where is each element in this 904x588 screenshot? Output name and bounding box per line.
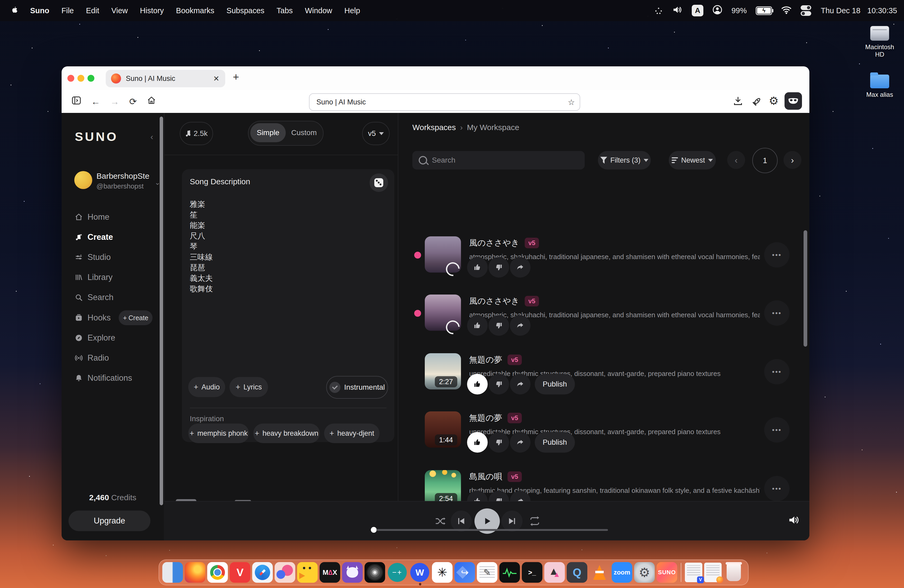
add-audio-button[interactable]: +Audio (188, 377, 225, 397)
dock-system-settings-icon[interactable]: ⚙ (634, 562, 655, 583)
reload-icon[interactable]: ⟳ (129, 96, 137, 107)
tab-custom[interactable]: Custom (287, 123, 321, 142)
randomize-dice-button[interactable] (370, 174, 388, 192)
dock-max-icon[interactable]: M∆X (319, 562, 340, 583)
description-line[interactable]: 歌舞伎 (190, 283, 375, 294)
page-number[interactable]: 1 (752, 148, 778, 173)
menu-window[interactable]: Window (305, 6, 332, 15)
url-bar[interactable]: Suno | AI Music ☆ (309, 93, 580, 111)
home-icon[interactable] (147, 96, 156, 107)
thumbs-up-button[interactable] (467, 315, 488, 336)
dock-textedit-icon[interactable]: ✎ (477, 562, 498, 583)
user-account-icon[interactable] (712, 5, 722, 17)
volume-icon[interactable] (789, 515, 800, 526)
menu-tabs[interactable]: Tabs (277, 6, 292, 15)
collapse-sidebar-icon[interactable]: ‹ (150, 132, 153, 142)
bookmark-star-icon[interactable]: ☆ (568, 98, 575, 107)
playhead[interactable] (371, 527, 377, 533)
more-options-button[interactable]: ••• (764, 242, 790, 267)
description-line[interactable]: 琴 (190, 241, 375, 252)
more-options-button[interactable]: ••• (764, 359, 790, 384)
description-line[interactable]: 琵琶 (190, 262, 375, 273)
workspace-scrollbar[interactable] (804, 230, 807, 347)
rocket-icon[interactable] (752, 96, 762, 107)
sort-button[interactable]: Newest (669, 151, 716, 169)
song-title[interactable]: 風のささやき (469, 237, 519, 248)
sidebar-item-create[interactable]: Create (62, 230, 164, 245)
more-options-button[interactable]: ••• (764, 417, 790, 443)
description-line[interactable]: 三味線 (190, 252, 375, 262)
description-line[interactable]: 雅楽 (190, 199, 375, 209)
sidebar-item-search[interactable]: Search (62, 290, 164, 305)
avatar[interactable] (74, 171, 92, 189)
new-tab-button[interactable]: + (233, 71, 239, 83)
close-tab-icon[interactable]: ✕ (213, 74, 220, 83)
dock-vlc-icon[interactable] (589, 562, 610, 583)
menu-bookmarks[interactable]: Bookmarks (176, 6, 214, 15)
song-title[interactable]: 風のささやき (469, 296, 519, 307)
dock-minimized-document[interactable] (704, 563, 722, 582)
song-thumbnail[interactable]: 1:44 (425, 411, 461, 447)
dock-play-app-icon[interactable]: ▲▲ (544, 562, 565, 583)
shuffle-icon[interactable] (434, 515, 446, 528)
breadcrumb-workspaces[interactable]: Workspaces (412, 123, 456, 132)
control-center-icon[interactable] (801, 5, 812, 16)
upgrade-button[interactable]: Upgrade (68, 511, 150, 531)
dock-w-app-icon[interactable]: W (409, 562, 430, 583)
desktop-icon-max-alias[interactable]: Max alias (861, 74, 898, 98)
earn-credits-link[interactable]: Earn Credits (62, 540, 164, 541)
downloads-icon[interactable] (733, 96, 743, 107)
dock-minimized-window[interactable]: V (685, 563, 702, 582)
share-button[interactable] (510, 257, 531, 278)
close-window-button[interactable] (67, 75, 74, 82)
dock-chatgpt-icon[interactable]: ✳ (432, 562, 452, 583)
wifi-icon[interactable] (781, 6, 792, 16)
menu-edit[interactable]: Edit (86, 6, 99, 15)
add-lyrics-button[interactable]: +Lyrics (229, 377, 268, 397)
sidebar-item-studio[interactable]: Studio (62, 250, 164, 265)
thumbs-down-button[interactable] (488, 315, 509, 336)
browser-tab[interactable]: Suno | AI Music ✕ (106, 70, 225, 87)
share-button[interactable] (510, 315, 531, 336)
progress-track[interactable] (376, 529, 608, 531)
menu-history[interactable]: History (140, 6, 164, 15)
repeat-icon[interactable] (529, 515, 541, 528)
song-title[interactable]: 島風の唄 (469, 471, 502, 482)
dock-safari-icon[interactable] (252, 562, 273, 583)
window-titlebar[interactable]: Suno | AI Music ✕ + (62, 66, 809, 90)
description-line[interactable]: 笙 (190, 209, 375, 220)
dock-arduino-icon[interactable]: −+ (387, 562, 408, 583)
dock-activity-monitor-icon[interactable] (499, 562, 520, 583)
volume-menu-icon[interactable] (673, 6, 683, 16)
song-counter-pill[interactable]: 2.5k (180, 122, 213, 145)
publish-button[interactable]: Publish (535, 432, 575, 453)
song-thumbnail[interactable]: 2:27 (425, 353, 461, 389)
song-row[interactable]: 2:27 無題の夢v5 unpredictable rhythmic struc… (398, 353, 809, 409)
sidebar-item-radio[interactable]: Radio (62, 351, 164, 365)
minimize-window-button[interactable] (77, 75, 84, 82)
desktop-icon-macintosh-hd[interactable]: Macintosh HD (861, 26, 898, 58)
dock-firefox-icon[interactable] (185, 562, 205, 583)
sidebar-item-library[interactable]: Library (62, 270, 164, 285)
suno-logo[interactable]: SUNO (75, 129, 118, 144)
dock-chrome-icon[interactable] (207, 562, 228, 583)
previous-track-button[interactable] (451, 511, 472, 532)
menu-help[interactable]: Help (345, 6, 360, 15)
inspiration-tag[interactable]: +memphis phonk (188, 424, 249, 443)
page-previous-button[interactable]: ‹ (727, 151, 745, 169)
menu-file[interactable]: File (62, 6, 74, 15)
dock-cyberduck-icon[interactable] (297, 562, 318, 583)
instrumental-toggle[interactable]: Instrumental (326, 376, 388, 399)
dock-art-app-icon[interactable] (275, 562, 295, 583)
thumbs-up-button[interactable] (467, 432, 488, 453)
dock-zoom-icon[interactable]: zoom (612, 562, 632, 583)
dock-quicktime-icon[interactable]: Q (567, 562, 587, 583)
thumbs-up-button[interactable] (467, 374, 488, 394)
menu-subspaces[interactable]: Subspaces (226, 6, 265, 15)
next-track-button[interactable] (501, 511, 523, 532)
description-line[interactable]: 能楽 (190, 220, 375, 231)
sidebar-item-explore[interactable]: Explore (62, 330, 164, 345)
thumbs-down-button[interactable] (488, 432, 509, 453)
keyboard-brightness-icon[interactable] (654, 7, 664, 14)
more-options-button[interactable]: ••• (764, 300, 790, 326)
